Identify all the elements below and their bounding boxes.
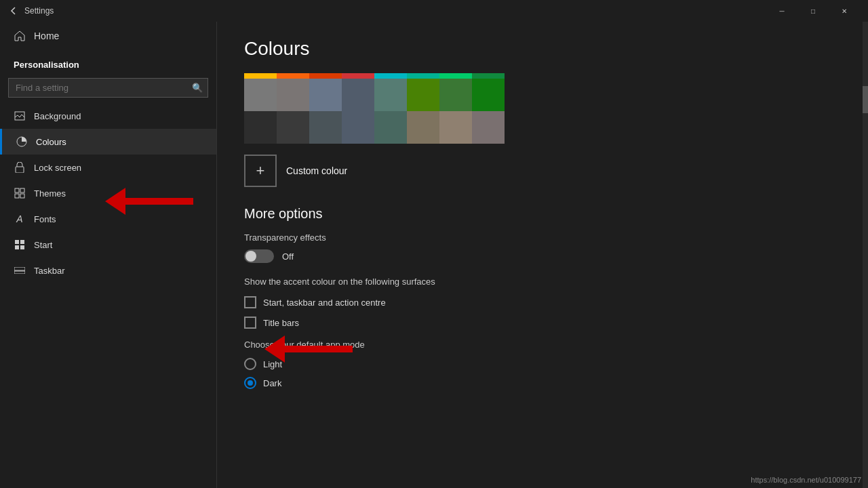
- color-swatch[interactable]: [472, 111, 505, 144]
- themes-label: Themes: [34, 188, 66, 199]
- color-swatch[interactable]: [374, 73, 407, 79]
- svg-rect-10: [20, 245, 24, 249]
- back-icon[interactable]: [8, 5, 19, 16]
- color-swatch[interactable]: [244, 73, 277, 79]
- transparency-effects-label: Transparency effects: [244, 232, 841, 243]
- svg-rect-2: [16, 167, 24, 173]
- svg-rect-8: [20, 240, 24, 244]
- scrollbar[interactable]: [863, 22, 868, 488]
- light-radio[interactable]: [244, 358, 256, 370]
- start-taskbar-checkbox[interactable]: [244, 296, 256, 308]
- color-swatch[interactable]: [472, 79, 505, 111]
- transparency-state: Off: [282, 251, 294, 262]
- dark-label: Dark: [263, 378, 281, 388]
- svg-rect-12: [14, 267, 25, 270]
- search-box: 🔍: [8, 78, 208, 98]
- sidebar-item-lock-screen[interactable]: Lock screen: [0, 155, 216, 180]
- color-swatch[interactable]: [374, 79, 407, 111]
- color-swatch[interactable]: [309, 79, 342, 111]
- custom-colour-row: + Custom colour: [244, 155, 841, 187]
- checkbox-row-title-bars: Title bars: [244, 317, 841, 329]
- color-swatch[interactable]: [439, 111, 472, 144]
- transparency-toggle[interactable]: [244, 249, 274, 263]
- color-swatch[interactable]: [439, 79, 472, 111]
- colours-label: Colours: [36, 137, 66, 147]
- lock-screen-icon: [14, 161, 26, 174]
- lock-screen-label: Lock screen: [34, 163, 81, 173]
- red-arrow-content: [264, 332, 353, 366]
- color-swatch[interactable]: [342, 73, 374, 79]
- sidebar-item-start[interactable]: Start: [0, 232, 216, 258]
- color-swatch[interactable]: [309, 73, 342, 79]
- personalisation-heading: Personalisation: [0, 50, 216, 75]
- main-container: Home Personalisation 🔍 Background: [0, 22, 868, 488]
- fonts-icon: A: [14, 213, 26, 225]
- background-label: Background: [34, 111, 81, 121]
- color-swatch[interactable]: [342, 111, 374, 144]
- color-swatch[interactable]: [244, 79, 277, 111]
- toggle-knob: [245, 251, 256, 262]
- color-row-2: [244, 111, 841, 144]
- close-button[interactable]: ✕: [829, 0, 860, 22]
- dark-radio[interactable]: [244, 377, 256, 389]
- svg-rect-7: [15, 240, 19, 244]
- svg-marker-13: [105, 188, 193, 215]
- sidebar: Home Personalisation 🔍 Background: [0, 22, 217, 488]
- start-label: Start: [34, 240, 52, 250]
- scrollbar-thumb[interactable]: [863, 86, 868, 113]
- color-swatch[interactable]: [472, 73, 505, 79]
- transparency-toggle-row: Off: [244, 249, 841, 263]
- window-controls: ─ □ ✕: [766, 0, 860, 22]
- svg-rect-9: [15, 245, 19, 249]
- title-bars-checkbox[interactable]: [244, 317, 256, 329]
- radio-dark: Dark: [244, 377, 841, 389]
- themes-icon: [14, 187, 26, 199]
- sidebar-item-home[interactable]: Home: [0, 22, 216, 50]
- title-bar-back[interactable]: [8, 5, 19, 16]
- maximize-button[interactable]: □: [797, 0, 829, 22]
- sidebar-item-colours[interactable]: Colours: [0, 129, 216, 155]
- color-swatch[interactable]: [407, 79, 439, 111]
- start-icon: [14, 239, 26, 251]
- svg-marker-14: [264, 336, 353, 363]
- window-title: Settings: [24, 6, 54, 16]
- color-swatch[interactable]: [439, 73, 472, 79]
- home-label: Home: [34, 30, 59, 41]
- sidebar-item-background[interactable]: Background: [0, 103, 216, 129]
- checkbox-row-start: Start, taskbar and action centre: [244, 296, 841, 308]
- svg-rect-11: [14, 271, 25, 274]
- sidebar-item-taskbar[interactable]: Taskbar: [0, 258, 216, 283]
- svg-rect-5: [15, 194, 19, 198]
- minimize-button[interactable]: ─: [766, 0, 797, 22]
- title-bars-label: Title bars: [263, 318, 299, 328]
- color-swatch[interactable]: [277, 79, 309, 111]
- taskbar-label: Taskbar: [34, 266, 65, 276]
- color-swatch[interactable]: [244, 111, 277, 144]
- color-swatch[interactable]: [342, 79, 374, 111]
- svg-rect-3: [15, 188, 19, 192]
- custom-colour-label: Custom colour: [286, 165, 347, 176]
- dark-radio-selected: [248, 380, 253, 386]
- content-area: Colours: [217, 22, 868, 488]
- fonts-label: Fonts: [34, 214, 56, 224]
- search-input[interactable]: [8, 78, 208, 98]
- svg-rect-6: [20, 194, 24, 198]
- background-icon: [14, 110, 26, 122]
- colours-icon: [16, 136, 28, 148]
- red-arrow-sidebar: [105, 184, 193, 218]
- custom-colour-button[interactable]: +: [244, 155, 277, 187]
- color-swatch[interactable]: [407, 111, 439, 144]
- color-swatch[interactable]: [277, 111, 309, 144]
- color-swatch[interactable]: [309, 111, 342, 144]
- color-swatch[interactable]: [407, 73, 439, 79]
- home-icon: [14, 30, 26, 42]
- color-swatch[interactable]: [277, 73, 309, 79]
- color-swatch[interactable]: [374, 111, 407, 144]
- accent-surfaces-label: Show the accent colour on the following …: [244, 277, 841, 287]
- start-taskbar-label: Start, taskbar and action centre: [263, 298, 386, 308]
- svg-rect-4: [20, 188, 24, 192]
- more-options-title: More options: [244, 206, 841, 222]
- search-icon: 🔍: [192, 83, 203, 93]
- title-bar: Settings ─ □ ✕: [0, 0, 868, 22]
- color-top-accent-row: [244, 73, 841, 79]
